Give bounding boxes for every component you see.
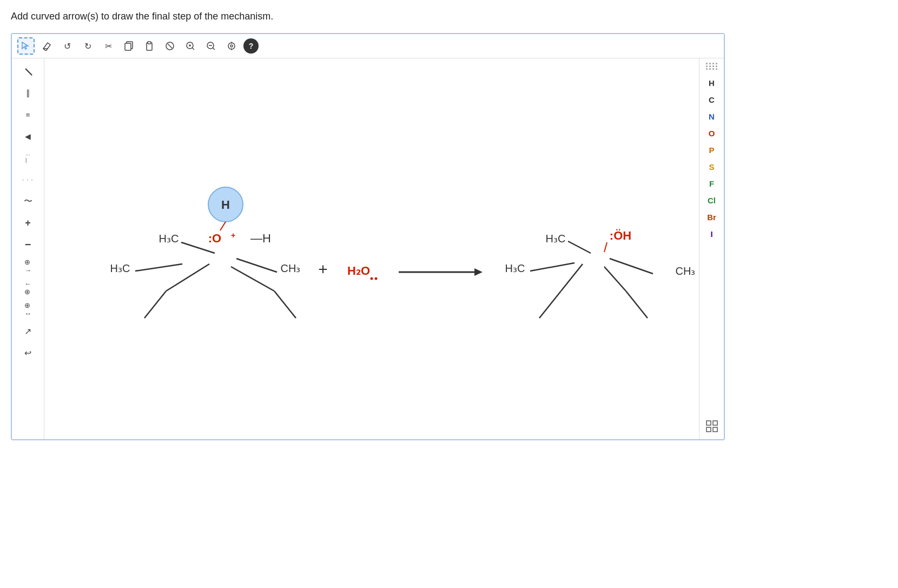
element-N[interactable]: N: [706, 111, 717, 122]
zoom-in-button[interactable]: [182, 37, 199, 55]
element-H[interactable]: H: [706, 77, 717, 89]
svg-line-33: [144, 291, 166, 318]
svg-line-52: [626, 291, 648, 318]
paste-button[interactable]: [141, 37, 158, 55]
double-arrow-tool[interactable]: ⊕↔: [18, 301, 38, 318]
element-I[interactable]: I: [708, 228, 715, 240]
redo-button[interactable]: ↻: [79, 37, 96, 55]
curved-arrow2-tool[interactable]: ↩: [18, 344, 38, 361]
element-S[interactable]: S: [706, 161, 716, 173]
svg-text:—H: —H: [250, 232, 271, 245]
svg-rect-56: [713, 427, 717, 432]
canvas-area[interactable]: H :O + —H H₃C H₃C CH₃: [44, 58, 699, 439]
svg-point-16: [230, 45, 233, 47]
svg-line-7: [168, 44, 172, 48]
svg-rect-53: [706, 421, 711, 425]
triple-bond-tool[interactable]: ≡: [18, 106, 38, 123]
svg-line-49: [561, 264, 583, 291]
svg-line-30: [236, 259, 277, 272]
svg-rect-54: [713, 421, 717, 425]
svg-rect-55: [706, 427, 711, 432]
svg-line-44: [604, 242, 607, 252]
element-P[interactable]: P: [706, 144, 716, 156]
element-Br[interactable]: Br: [705, 212, 718, 223]
svg-text:CH₃: CH₃: [676, 265, 696, 277]
svg-marker-0: [22, 42, 28, 49]
zoom-out-button[interactable]: [202, 37, 220, 55]
wedge-bond-tool[interactable]: ◀: [18, 128, 38, 145]
right-panel: H C N O P S F Cl Br I: [699, 58, 724, 439]
clear-button[interactable]: [161, 37, 179, 55]
element-C[interactable]: C: [706, 94, 717, 105]
svg-line-48: [610, 259, 653, 274]
svg-text:H₃C: H₃C: [110, 262, 130, 274]
svg-text::O: :O: [208, 232, 221, 245]
undo-button[interactable]: ↺: [58, 37, 76, 55]
plus-tool[interactable]: +: [18, 214, 38, 232]
svg-text:H₃C: H₃C: [159, 233, 179, 245]
svg-rect-3: [125, 43, 131, 50]
fit-button[interactable]: [223, 37, 240, 55]
svg-line-24: [220, 222, 226, 230]
svg-text:+: +: [318, 260, 328, 278]
svg-line-11: [192, 48, 194, 50]
eraser-tool[interactable]: [38, 37, 55, 55]
svg-line-50: [604, 267, 626, 291]
svg-text:H: H: [221, 198, 230, 212]
svg-point-38: [375, 278, 378, 280]
toolbar: ↺ ↻ ✂: [12, 34, 724, 58]
double-bond-tool[interactable]: ∥: [18, 84, 38, 102]
svg-text:+: +: [231, 231, 235, 240]
svg-text:H₃C: H₃C: [505, 262, 525, 274]
chemistry-canvas[interactable]: H :O + —H H₃C H₃C CH₃: [44, 58, 699, 437]
svg-line-31: [166, 264, 209, 291]
dashed-bond-tool[interactable]: · · ·: [18, 171, 38, 188]
arrow-left-tool[interactable]: ←⊕: [18, 279, 38, 296]
single-bond-tool[interactable]: |: [15, 58, 41, 84]
cut-button[interactable]: ✂: [100, 37, 117, 55]
wavy-bond-tool[interactable]: 〜: [18, 193, 38, 210]
dashed-wedge-tool[interactable]: ⋯|: [18, 149, 38, 167]
svg-point-37: [371, 278, 373, 280]
left-tools: | ∥ ≡ ◀ ⋯| · · · 〜 + − ⊕→ ←⊕ ⊕↔ ↗ ↩: [12, 58, 44, 439]
editor-container: ↺ ↻ ✂: [11, 33, 725, 440]
help-button[interactable]: ?: [243, 38, 259, 54]
element-O[interactable]: O: [706, 128, 717, 139]
svg-marker-40: [474, 268, 483, 276]
element-Cl[interactable]: Cl: [705, 195, 718, 206]
svg-text::ÖH: :ÖH: [610, 229, 631, 242]
svg-line-43: [568, 241, 591, 253]
svg-line-32: [231, 267, 274, 291]
svg-line-28: [135, 264, 182, 271]
svg-text:H₂O: H₂O: [347, 264, 370, 278]
periodic-table-icon[interactable]: [705, 420, 718, 435]
svg-line-46: [530, 263, 575, 271]
element-F[interactable]: F: [707, 178, 716, 189]
minus-tool[interactable]: −: [18, 236, 38, 253]
svg-line-14: [213, 48, 215, 50]
svg-line-34: [274, 291, 296, 318]
svg-line-51: [539, 291, 561, 318]
grid-icon: [706, 63, 718, 70]
select-tool[interactable]: [17, 37, 35, 55]
svg-text:H₃C: H₃C: [546, 233, 566, 245]
arrow-right-tool[interactable]: ⊕→: [18, 257, 38, 275]
copy-button[interactable]: [120, 37, 137, 55]
editor-body: | ∥ ≡ ◀ ⋯| · · · 〜 + − ⊕→ ←⊕ ⊕↔ ↗ ↩ H :O: [12, 58, 724, 439]
svg-rect-5: [148, 42, 151, 44]
curved-arrow-tool[interactable]: ↗: [18, 322, 38, 340]
page-instruction: Add curved arrow(s) to draw the final st…: [11, 11, 887, 22]
svg-text:CH₃: CH₃: [281, 262, 301, 274]
